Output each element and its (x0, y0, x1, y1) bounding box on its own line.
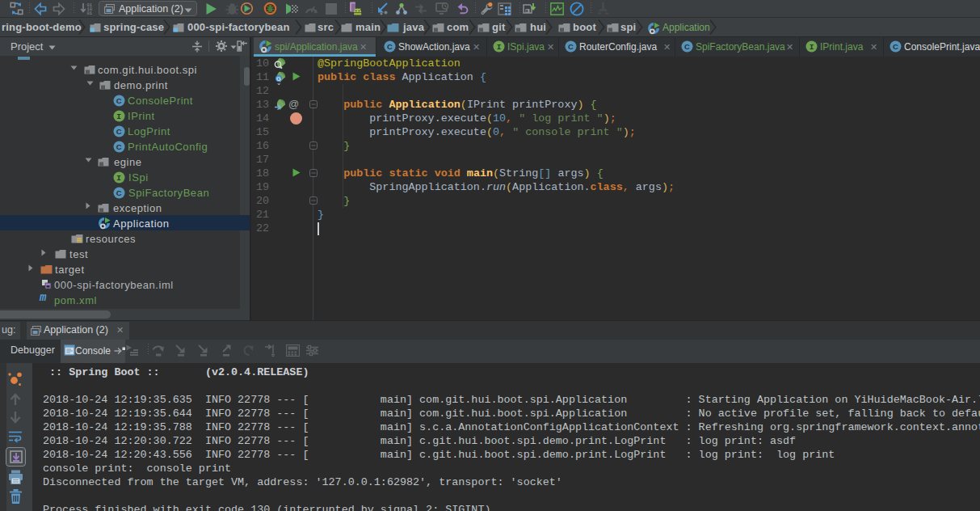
svg-text:C: C (116, 188, 122, 197)
svg-text:C: C (116, 96, 122, 105)
svg-text:C: C (116, 142, 122, 151)
svg-text:G: G (276, 75, 281, 82)
svg-text:I: I (116, 112, 121, 121)
svg-text:01: 01 (87, 11, 92, 15)
svg-text:C: C (893, 42, 898, 51)
svg-text:I: I (810, 43, 814, 52)
svg-text:I: I (116, 174, 121, 183)
svg-text:I: I (497, 43, 502, 52)
svg-text:C: C (116, 127, 122, 136)
svg-text:C: C (684, 42, 690, 51)
svg-text:C: C (387, 42, 393, 51)
svg-text:C: C (568, 42, 574, 51)
